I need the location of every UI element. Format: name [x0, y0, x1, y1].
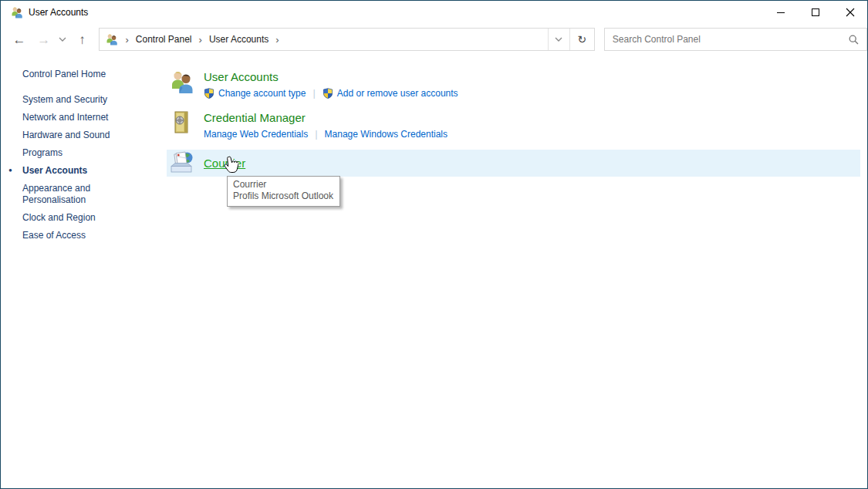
user-accounts-window: User Accounts ← → ↑ › Control Panel › Us…: [0, 0, 868, 489]
tooltip: Courrier Profils Microsoft Outlook: [227, 176, 340, 207]
address-dropdown-button[interactable]: [548, 29, 569, 50]
manage-web-credentials-link[interactable]: Manage Web Credentials: [204, 129, 308, 140]
breadcrumb-separator: ›: [199, 34, 202, 46]
breadcrumb-separator: ›: [125, 34, 128, 46]
sidebar-item-clock-and-region[interactable]: Clock and Region: [22, 212, 142, 224]
uac-shield-icon: [204, 88, 214, 99]
link-separator: |: [315, 128, 317, 140]
window-body: Control Panel Home System and Security N…: [1, 55, 867, 248]
magnifier-icon: [849, 35, 859, 45]
breadcrumb-control-panel[interactable]: Control Panel: [136, 34, 192, 45]
safe-icon[interactable]: [170, 110, 194, 140]
link-label: Change account type: [218, 88, 306, 99]
sidebar-item-programs[interactable]: Programs: [22, 147, 142, 159]
sidebar-item-label: User Accounts: [22, 165, 87, 176]
recent-pages-dropdown[interactable]: [56, 37, 69, 42]
users-icon: [106, 33, 118, 46]
manage-windows-credentials-link[interactable]: Manage Windows Credentials: [325, 129, 448, 140]
add-or-remove-user-accounts-link[interactable]: Add or remove user accounts: [323, 88, 458, 99]
forward-button[interactable]: →: [35, 33, 53, 46]
link-label: Add or remove user accounts: [337, 88, 458, 99]
courrier-link[interactable]: Courrier: [204, 157, 245, 170]
group-user-accounts: User Accounts Change account type | Add …: [167, 69, 860, 99]
breadcrumb-separator: ›: [275, 34, 279, 46]
tooltip-line1: Courrier: [233, 179, 333, 191]
group-credential-manager: Credential Manager Manage Web Credential…: [167, 110, 860, 140]
sidebar-item-control-panel-home[interactable]: Control Panel Home: [22, 69, 142, 80]
caption-buttons: [763, 1, 867, 24]
sidebar-item-hardware-and-sound[interactable]: Hardware and Sound: [22, 130, 142, 141]
sidebar-item-appearance-and-personalisation[interactable]: Appearance and Personalisation: [22, 183, 142, 206]
chevron-down-icon: [555, 37, 562, 42]
sidebar-item-system-and-security[interactable]: System and Security: [22, 94, 142, 106]
users-icon[interactable]: [170, 69, 194, 99]
sidebar-item-ease-of-access[interactable]: Ease of Access: [22, 230, 142, 241]
close-icon: [846, 8, 855, 17]
sidebar-item-network-and-internet[interactable]: Network and Internet: [22, 112, 142, 123]
title-bar[interactable]: User Accounts: [1, 1, 867, 24]
minimize-icon: [777, 12, 785, 13]
search-box[interactable]: [604, 28, 867, 51]
breadcrumb-user-accounts[interactable]: User Accounts: [209, 34, 269, 45]
mail-row-highlighted[interactable]: Courrier: [167, 150, 860, 177]
address-bar[interactable]: › Control Panel › User Accounts › ↻: [99, 28, 594, 51]
maximize-button[interactable]: [798, 1, 833, 24]
link-separator: |: [312, 87, 315, 99]
link-label: Manage Web Credentials: [204, 129, 308, 140]
navigation-toolbar: ← → ↑ › Control Panel › User Accounts › …: [1, 24, 867, 55]
tooltip-line2: Profils Microsoft Outlook: [233, 191, 333, 202]
sidebar: Control Panel Home System and Security N…: [1, 55, 167, 248]
close-button[interactable]: [833, 1, 867, 24]
uac-shield-icon: [323, 88, 333, 99]
users-icon: [11, 6, 23, 19]
up-button[interactable]: ↑: [73, 33, 92, 46]
window-title: User Accounts: [29, 7, 88, 18]
chevron-down-icon: [59, 37, 66, 42]
main-content: User Accounts Change account type | Add …: [167, 55, 860, 177]
back-button[interactable]: ←: [10, 33, 29, 46]
mail-icon: [169, 150, 194, 177]
credential-manager-title-link[interactable]: Credential Manager: [204, 110, 448, 125]
minimize-button[interactable]: [763, 1, 798, 24]
user-accounts-title-link[interactable]: User Accounts: [204, 69, 458, 84]
link-label: Manage Windows Credentials: [325, 129, 448, 140]
refresh-button[interactable]: ↻: [569, 29, 594, 50]
search-input[interactable]: [613, 34, 849, 45]
active-item-bullet: ●: [8, 167, 12, 174]
maximize-icon: [812, 8, 819, 16]
sidebar-item-user-accounts[interactable]: ●User Accounts: [22, 165, 142, 177]
change-account-type-link[interactable]: Change account type: [204, 88, 306, 99]
